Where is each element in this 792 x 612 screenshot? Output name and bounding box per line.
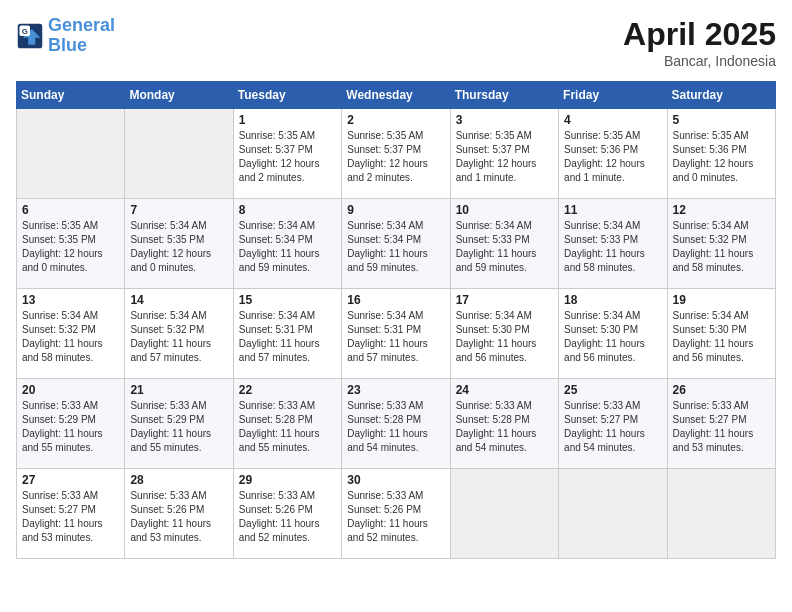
weekday-header-saturday: Saturday	[667, 82, 775, 109]
calendar-cell: 20Sunrise: 5:33 AMSunset: 5:29 PMDayligh…	[17, 379, 125, 469]
calendar-cell	[17, 109, 125, 199]
calendar-cell: 25Sunrise: 5:33 AMSunset: 5:27 PMDayligh…	[559, 379, 667, 469]
day-number: 2	[347, 113, 444, 127]
day-info: Sunrise: 5:33 AMSunset: 5:29 PMDaylight:…	[130, 399, 227, 455]
calendar-cell: 11Sunrise: 5:34 AMSunset: 5:33 PMDayligh…	[559, 199, 667, 289]
calendar-cell: 9Sunrise: 5:34 AMSunset: 5:34 PMDaylight…	[342, 199, 450, 289]
calendar-cell: 26Sunrise: 5:33 AMSunset: 5:27 PMDayligh…	[667, 379, 775, 469]
calendar-cell	[559, 469, 667, 559]
day-number: 13	[22, 293, 119, 307]
day-number: 22	[239, 383, 336, 397]
day-info: Sunrise: 5:34 AMSunset: 5:33 PMDaylight:…	[564, 219, 661, 275]
day-number: 3	[456, 113, 553, 127]
day-info: Sunrise: 5:34 AMSunset: 5:32 PMDaylight:…	[673, 219, 770, 275]
calendar-cell: 14Sunrise: 5:34 AMSunset: 5:32 PMDayligh…	[125, 289, 233, 379]
calendar-cell: 21Sunrise: 5:33 AMSunset: 5:29 PMDayligh…	[125, 379, 233, 469]
svg-text:G: G	[22, 27, 28, 36]
calendar-week-row: 1Sunrise: 5:35 AMSunset: 5:37 PMDaylight…	[17, 109, 776, 199]
calendar-cell: 23Sunrise: 5:33 AMSunset: 5:28 PMDayligh…	[342, 379, 450, 469]
day-info: Sunrise: 5:35 AMSunset: 5:36 PMDaylight:…	[673, 129, 770, 185]
calendar-cell	[125, 109, 233, 199]
day-info: Sunrise: 5:34 AMSunset: 5:32 PMDaylight:…	[130, 309, 227, 365]
day-number: 17	[456, 293, 553, 307]
day-info: Sunrise: 5:35 AMSunset: 5:37 PMDaylight:…	[239, 129, 336, 185]
month-title: April 2025	[623, 16, 776, 53]
day-number: 26	[673, 383, 770, 397]
day-info: Sunrise: 5:33 AMSunset: 5:26 PMDaylight:…	[347, 489, 444, 545]
day-number: 20	[22, 383, 119, 397]
calendar-cell: 13Sunrise: 5:34 AMSunset: 5:32 PMDayligh…	[17, 289, 125, 379]
calendar-cell: 5Sunrise: 5:35 AMSunset: 5:36 PMDaylight…	[667, 109, 775, 199]
calendar-cell: 12Sunrise: 5:34 AMSunset: 5:32 PMDayligh…	[667, 199, 775, 289]
day-number: 24	[456, 383, 553, 397]
day-info: Sunrise: 5:33 AMSunset: 5:27 PMDaylight:…	[564, 399, 661, 455]
calendar-cell: 1Sunrise: 5:35 AMSunset: 5:37 PMDaylight…	[233, 109, 341, 199]
day-info: Sunrise: 5:34 AMSunset: 5:34 PMDaylight:…	[239, 219, 336, 275]
calendar-cell	[450, 469, 558, 559]
day-info: Sunrise: 5:33 AMSunset: 5:27 PMDaylight:…	[673, 399, 770, 455]
day-info: Sunrise: 5:34 AMSunset: 5:30 PMDaylight:…	[564, 309, 661, 365]
title-block: April 2025 Bancar, Indonesia	[623, 16, 776, 69]
calendar-cell: 28Sunrise: 5:33 AMSunset: 5:26 PMDayligh…	[125, 469, 233, 559]
weekday-header-sunday: Sunday	[17, 82, 125, 109]
weekday-header-tuesday: Tuesday	[233, 82, 341, 109]
day-number: 11	[564, 203, 661, 217]
calendar-cell: 8Sunrise: 5:34 AMSunset: 5:34 PMDaylight…	[233, 199, 341, 289]
logo: G General Blue	[16, 16, 115, 56]
calendar-week-row: 27Sunrise: 5:33 AMSunset: 5:27 PMDayligh…	[17, 469, 776, 559]
day-number: 6	[22, 203, 119, 217]
weekday-header-friday: Friday	[559, 82, 667, 109]
calendar-cell: 29Sunrise: 5:33 AMSunset: 5:26 PMDayligh…	[233, 469, 341, 559]
day-info: Sunrise: 5:34 AMSunset: 5:31 PMDaylight:…	[239, 309, 336, 365]
calendar-cell: 22Sunrise: 5:33 AMSunset: 5:28 PMDayligh…	[233, 379, 341, 469]
day-number: 4	[564, 113, 661, 127]
calendar-cell: 16Sunrise: 5:34 AMSunset: 5:31 PMDayligh…	[342, 289, 450, 379]
day-info: Sunrise: 5:33 AMSunset: 5:26 PMDaylight:…	[130, 489, 227, 545]
day-number: 29	[239, 473, 336, 487]
day-number: 21	[130, 383, 227, 397]
calendar-cell: 27Sunrise: 5:33 AMSunset: 5:27 PMDayligh…	[17, 469, 125, 559]
calendar-cell: 6Sunrise: 5:35 AMSunset: 5:35 PMDaylight…	[17, 199, 125, 289]
day-number: 19	[673, 293, 770, 307]
day-info: Sunrise: 5:33 AMSunset: 5:28 PMDaylight:…	[456, 399, 553, 455]
page-header: G General Blue April 2025 Bancar, Indone…	[16, 16, 776, 69]
day-number: 28	[130, 473, 227, 487]
day-number: 8	[239, 203, 336, 217]
day-info: Sunrise: 5:34 AMSunset: 5:32 PMDaylight:…	[22, 309, 119, 365]
day-info: Sunrise: 5:34 AMSunset: 5:31 PMDaylight:…	[347, 309, 444, 365]
calendar-cell: 15Sunrise: 5:34 AMSunset: 5:31 PMDayligh…	[233, 289, 341, 379]
day-number: 9	[347, 203, 444, 217]
day-info: Sunrise: 5:34 AMSunset: 5:30 PMDaylight:…	[673, 309, 770, 365]
day-info: Sunrise: 5:35 AMSunset: 5:37 PMDaylight:…	[456, 129, 553, 185]
day-info: Sunrise: 5:34 AMSunset: 5:30 PMDaylight:…	[456, 309, 553, 365]
day-number: 10	[456, 203, 553, 217]
calendar-cell: 4Sunrise: 5:35 AMSunset: 5:36 PMDaylight…	[559, 109, 667, 199]
calendar-week-row: 6Sunrise: 5:35 AMSunset: 5:35 PMDaylight…	[17, 199, 776, 289]
weekday-header-monday: Monday	[125, 82, 233, 109]
calendar-cell: 18Sunrise: 5:34 AMSunset: 5:30 PMDayligh…	[559, 289, 667, 379]
calendar-table: SundayMondayTuesdayWednesdayThursdayFrid…	[16, 81, 776, 559]
calendar-cell: 19Sunrise: 5:34 AMSunset: 5:30 PMDayligh…	[667, 289, 775, 379]
day-info: Sunrise: 5:33 AMSunset: 5:29 PMDaylight:…	[22, 399, 119, 455]
calendar-cell: 7Sunrise: 5:34 AMSunset: 5:35 PMDaylight…	[125, 199, 233, 289]
day-number: 30	[347, 473, 444, 487]
day-number: 12	[673, 203, 770, 217]
day-info: Sunrise: 5:33 AMSunset: 5:26 PMDaylight:…	[239, 489, 336, 545]
day-number: 18	[564, 293, 661, 307]
calendar-cell: 2Sunrise: 5:35 AMSunset: 5:37 PMDaylight…	[342, 109, 450, 199]
day-number: 23	[347, 383, 444, 397]
calendar-cell: 10Sunrise: 5:34 AMSunset: 5:33 PMDayligh…	[450, 199, 558, 289]
calendar-cell: 30Sunrise: 5:33 AMSunset: 5:26 PMDayligh…	[342, 469, 450, 559]
day-number: 14	[130, 293, 227, 307]
calendar-week-row: 13Sunrise: 5:34 AMSunset: 5:32 PMDayligh…	[17, 289, 776, 379]
day-number: 5	[673, 113, 770, 127]
day-number: 25	[564, 383, 661, 397]
weekday-header-row: SundayMondayTuesdayWednesdayThursdayFrid…	[17, 82, 776, 109]
day-info: Sunrise: 5:35 AMSunset: 5:35 PMDaylight:…	[22, 219, 119, 275]
day-number: 27	[22, 473, 119, 487]
logo-text: General Blue	[48, 16, 115, 56]
calendar-cell	[667, 469, 775, 559]
weekday-header-wednesday: Wednesday	[342, 82, 450, 109]
day-info: Sunrise: 5:35 AMSunset: 5:37 PMDaylight:…	[347, 129, 444, 185]
day-number: 16	[347, 293, 444, 307]
